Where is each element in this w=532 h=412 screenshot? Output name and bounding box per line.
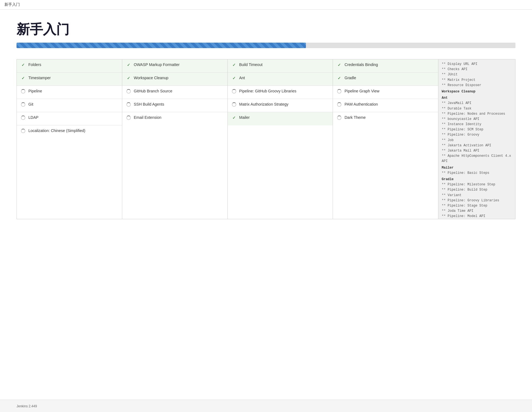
plugin-name: Pipeline Graph View bbox=[344, 89, 379, 94]
plugin-name: Pipeline: GitHub Groovy Libraries bbox=[239, 89, 297, 94]
side-panel-dep-item: ** Pipeline: SCM Step bbox=[442, 127, 512, 132]
plugin-name: Credentials Binding bbox=[344, 62, 378, 68]
progress-bar-container bbox=[17, 43, 515, 48]
side-panel-dep-item: ** Variant bbox=[442, 193, 512, 198]
spinner-icon bbox=[126, 89, 131, 94]
check-icon: ✓ bbox=[232, 116, 236, 120]
side-panel-section-title: Ant bbox=[442, 95, 512, 101]
side-panel-dep-item: ** Jakarta Activation API bbox=[442, 143, 512, 148]
side-panel-dep-item: ** Durable Task bbox=[442, 106, 512, 111]
plugin-name: Localization: Chinese (Simplified) bbox=[28, 128, 85, 134]
plugin-item[interactable]: PAM Authentication bbox=[333, 99, 438, 112]
plugin-name: Email Extension bbox=[134, 115, 161, 120]
plugin-item[interactable]: LDAP bbox=[17, 112, 122, 125]
side-panel-dep-item: ** JUnit bbox=[442, 72, 512, 77]
side-panel-dep-item: ** bouncycastle API bbox=[442, 117, 512, 122]
spinner-icon bbox=[21, 129, 25, 133]
plugin-name: Pipeline bbox=[28, 89, 42, 94]
plugin-item[interactable]: ✓Gradle bbox=[333, 73, 438, 86]
side-panel-dep-item: ** Pipeline: Groovy Libraries bbox=[442, 198, 512, 203]
check-icon: ✓ bbox=[21, 76, 25, 80]
plugin-name: PAM Authentication bbox=[344, 102, 378, 107]
plugin-column-1: ✓OWASP Markup Formatter✓Workspace Cleanu… bbox=[122, 59, 228, 219]
side-panel-dep-item: ** Pipeline: Stage Step bbox=[442, 203, 512, 208]
check-icon: ✓ bbox=[232, 76, 236, 80]
top-bar-title: 新手入门 bbox=[4, 2, 20, 7]
check-icon: ✓ bbox=[338, 63, 341, 67]
side-panel-dep-item: ** Pipeline: Nodes and Processes bbox=[442, 111, 512, 117]
page-title: 新手入门 bbox=[17, 21, 515, 38]
plugin-item[interactable]: Email Extension bbox=[122, 112, 227, 125]
plugin-item[interactable]: ✓Workspace Cleanup bbox=[122, 73, 227, 86]
plugin-item[interactable]: ✓Mailer bbox=[228, 112, 333, 125]
plugin-name: LDAP bbox=[28, 115, 39, 120]
plugin-item[interactable]: ✓Ant bbox=[228, 73, 333, 86]
check-icon: ✓ bbox=[21, 63, 25, 67]
spinner-icon bbox=[21, 116, 25, 120]
plugin-item[interactable]: Localization: Chinese (Simplified) bbox=[17, 125, 122, 139]
bottom-bar: Jenkins 2.449 bbox=[0, 400, 532, 412]
side-panel-dep-item: ** Pipeline: Basic Steps bbox=[442, 171, 512, 176]
side-panel-section-title: Workspace Cleanup bbox=[442, 89, 512, 94]
plugin-name: OWASP Markup Formatter bbox=[134, 62, 180, 68]
plugins-grid: ✓Folders✓TimestamperPipelineGitLDAPLocal… bbox=[17, 59, 515, 219]
main-content: 新手入门 ✓Folders✓TimestamperPipelineGitLDAP… bbox=[0, 10, 532, 400]
plugin-name: Gradle bbox=[344, 75, 356, 81]
side-panel-section-title: Mailer bbox=[442, 165, 512, 171]
plugin-item[interactable]: SSH Build Agents bbox=[122, 99, 227, 112]
side-panel-dep-item: ** Instance Identity bbox=[442, 122, 512, 127]
plugin-item[interactable]: Pipeline Graph View bbox=[333, 86, 438, 99]
spinner-icon bbox=[21, 89, 25, 94]
plugin-name: Folders bbox=[28, 62, 41, 68]
plugin-item[interactable]: ✓Folders bbox=[17, 59, 122, 73]
side-panel-dep-item: ** Job bbox=[442, 138, 512, 143]
check-icon: ✓ bbox=[338, 76, 341, 80]
plugin-item[interactable]: Dark Theme bbox=[333, 112, 438, 125]
plugin-item[interactable]: Pipeline: GitHub Groovy Libraries bbox=[228, 86, 333, 99]
side-panel-dep-item: ** Checks API bbox=[442, 67, 512, 72]
plugin-name: Mailer bbox=[239, 115, 250, 120]
plugin-item[interactable]: GitHub Branch Source bbox=[122, 86, 227, 99]
spinner-icon bbox=[337, 116, 341, 120]
spinner-icon bbox=[337, 102, 341, 107]
plugin-item[interactable]: Git bbox=[17, 99, 122, 112]
spinner-icon bbox=[337, 89, 341, 94]
columns-wrapper: ✓Folders✓TimestamperPipelineGitLDAPLocal… bbox=[17, 59, 438, 219]
side-panel-dep-item: ** Pipeline: Model API bbox=[442, 214, 512, 219]
plugin-item[interactable]: Pipeline bbox=[17, 86, 122, 99]
top-bar: 新手入门 bbox=[0, 0, 532, 10]
plugin-item[interactable]: ✓Build Timeout bbox=[228, 59, 333, 73]
side-panel-dep-item: ** Joda Time API bbox=[442, 208, 512, 214]
plugin-name: Timestamper bbox=[28, 75, 51, 81]
side-panel-dep-item: ** Pipeline: Milestone Step bbox=[442, 182, 512, 187]
side-panel-dep-item: ** Apache HttpComponents Client 4.x API bbox=[442, 153, 512, 164]
side-panel-dep-item: ** Resource Disposer bbox=[442, 83, 512, 88]
plugin-name: GitHub Branch Source bbox=[134, 89, 172, 94]
side-panel-dep-item: ** Matrix Project bbox=[442, 78, 512, 83]
plugin-name: Dark Theme bbox=[344, 115, 366, 120]
plugin-item[interactable]: ✓Timestamper bbox=[17, 73, 122, 86]
plugin-column-2: ✓Build Timeout✓AntPipeline: GitHub Groov… bbox=[228, 59, 333, 219]
side-panel-dep-item: ** Pipeline: Build Step bbox=[442, 187, 512, 193]
spinner-icon bbox=[21, 102, 25, 107]
plugin-name: Matrix Authorization Strategy bbox=[239, 102, 289, 107]
plugin-column-0: ✓Folders✓TimestamperPipelineGitLDAPLocal… bbox=[17, 59, 122, 219]
plugin-name: Git bbox=[28, 102, 33, 107]
spinner-icon bbox=[126, 102, 131, 107]
plugin-item[interactable]: Matrix Authorization Strategy bbox=[228, 99, 333, 112]
plugin-name: SSH Build Agents bbox=[134, 102, 164, 107]
side-panel: ** Display URL API** Checks API** JUnit*… bbox=[438, 59, 515, 219]
plugin-item[interactable]: ✓OWASP Markup Formatter bbox=[122, 59, 227, 73]
plugin-name: Build Timeout bbox=[239, 62, 263, 68]
plugin-item[interactable]: ✓Credentials Binding bbox=[333, 59, 438, 73]
spinner-icon bbox=[232, 89, 236, 94]
progress-bar-fill bbox=[17, 43, 306, 48]
side-panel-section-title: Gradle bbox=[442, 177, 512, 182]
side-panel-dep-item: ** Display URL API bbox=[442, 62, 512, 67]
plugin-column-3: ✓Credentials Binding✓GradlePipeline Grap… bbox=[333, 59, 438, 219]
plugin-name: Ant bbox=[239, 75, 245, 81]
side-panel-dep-item: ** JavaMail API bbox=[442, 101, 512, 106]
jenkins-version: Jenkins 2.449 bbox=[17, 404, 37, 408]
check-icon: ✓ bbox=[127, 76, 130, 80]
spinner-icon bbox=[232, 102, 236, 107]
